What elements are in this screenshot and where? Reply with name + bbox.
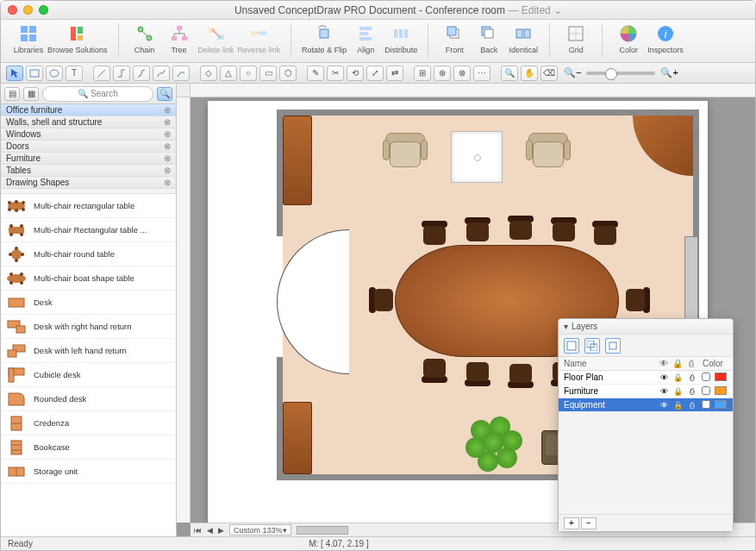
shape-item[interactable]: Desk with right hand return bbox=[1, 315, 176, 339]
distribute-button[interactable]: Distribute bbox=[384, 23, 417, 54]
layer-lock-icon[interactable]: 🔒 bbox=[671, 401, 684, 410]
disclosure-triangle-icon[interactable]: ▾ bbox=[564, 322, 568, 331]
edit-tool-3-button[interactable]: ⟲ bbox=[347, 66, 364, 81]
shape-item[interactable]: Bookcase bbox=[1, 435, 176, 460]
shape-item[interactable]: Multi-chair Rectangular table ... bbox=[1, 218, 176, 242]
category-item[interactable]: Windows⊗ bbox=[1, 128, 176, 141]
category-item[interactable]: Walls, shell and structure⊗ bbox=[1, 116, 176, 128]
close-category-icon[interactable]: ⊗ bbox=[164, 141, 171, 151]
layer-row[interactable]: Furniture👁🔒⎙ bbox=[559, 385, 733, 398]
layer-print-icon[interactable]: ⎙ bbox=[684, 387, 698, 396]
category-item[interactable]: Tables⊗ bbox=[1, 165, 176, 177]
shape-tool-1-button[interactable]: ◇ bbox=[200, 66, 217, 81]
inspectors-button[interactable]: iInspectors bbox=[647, 23, 684, 54]
browse-solutions-button[interactable]: Browse Solutions bbox=[47, 23, 108, 54]
office-chair-right[interactable] bbox=[622, 285, 650, 316]
back-button[interactable]: Back bbox=[473, 23, 504, 54]
shape-item[interactable]: Desk with left hand return bbox=[1, 339, 176, 363]
libraries-button[interactable]: Libraries bbox=[13, 23, 44, 54]
corner-shelf[interactable] bbox=[633, 116, 693, 176]
page-nav-first-icon[interactable]: ⏮ bbox=[194, 526, 202, 535]
misc-tool-3-button[interactable]: ⊗ bbox=[453, 66, 471, 81]
library-search-button[interactable]: 🔍 bbox=[157, 87, 172, 101]
hand-tool-button[interactable]: ✋ bbox=[521, 66, 538, 81]
shape-item[interactable]: Credenza bbox=[1, 411, 176, 435]
edit-tool-5-button[interactable]: ⇄ bbox=[386, 66, 403, 81]
zoom-window-icon[interactable] bbox=[39, 5, 48, 15]
side-table[interactable] bbox=[451, 131, 503, 183]
layers-panel[interactable]: ▾ Layers Name 👁 🔒 ⎙ Color Floor Plan👁🔒⎙F… bbox=[558, 318, 734, 532]
shape-list[interactable]: Multi-chair rectangular tableMulti-chair… bbox=[1, 194, 176, 536]
layer-print-icon[interactable]: ⎙ bbox=[684, 373, 698, 382]
zoom-tool-button[interactable]: 🔍 bbox=[501, 66, 518, 81]
pointer-tool-button[interactable] bbox=[6, 66, 23, 81]
edit-tool-1-button[interactable]: ✎ bbox=[307, 66, 324, 81]
connector-2-button[interactable] bbox=[133, 66, 150, 81]
connector-1-button[interactable] bbox=[113, 66, 130, 81]
office-chair-bottom-3[interactable] bbox=[505, 360, 536, 388]
layer-row[interactable]: Floor Plan👁🔒⎙ bbox=[559, 371, 733, 385]
layer-color-checkbox[interactable] bbox=[702, 386, 710, 395]
category-item[interactable]: Furniture⊗ bbox=[1, 153, 176, 165]
page-nav-prev-icon[interactable]: ◀ bbox=[207, 526, 213, 535]
zoom-label[interactable]: Custom 133% ▾ bbox=[229, 524, 291, 535]
align-button[interactable]: Align bbox=[350, 23, 381, 54]
identical-button[interactable]: Identical bbox=[508, 23, 539, 54]
shape-item[interactable]: Storage unit bbox=[1, 460, 176, 484]
zoom-in-icon[interactable]: 🔍+ bbox=[660, 67, 678, 78]
layer-color-swatch[interactable] bbox=[715, 386, 727, 395]
layer-visible-icon[interactable]: 👁 bbox=[657, 373, 671, 382]
category-item[interactable]: Drawing Shapes⊗ bbox=[1, 177, 176, 189]
add-layer-button[interactable]: + bbox=[564, 517, 579, 529]
plant[interactable] bbox=[464, 413, 524, 473]
connector-4-button[interactable] bbox=[172, 66, 190, 81]
rect-tool-button[interactable] bbox=[26, 66, 43, 81]
remove-layer-button[interactable]: − bbox=[581, 517, 597, 529]
tree-button[interactable]: Tree bbox=[164, 23, 195, 54]
layer-visible-icon[interactable]: 👁 bbox=[657, 387, 671, 396]
door-swing-2[interactable] bbox=[277, 302, 349, 374]
shape-item[interactable]: Multi-chair boat shape table bbox=[1, 266, 176, 291]
library-search-input[interactable]: 🔍 Search bbox=[42, 86, 153, 102]
color-button[interactable]: Color bbox=[613, 23, 644, 54]
edit-tool-2-button[interactable]: ✂ bbox=[327, 66, 344, 81]
layer-lock-icon[interactable]: 🔒 bbox=[671, 387, 684, 396]
layers-tool-1-button[interactable] bbox=[564, 338, 579, 354]
office-chair-top-3[interactable] bbox=[505, 216, 536, 243]
zoom-out-icon[interactable]: 🔍− bbox=[564, 67, 581, 78]
misc-tool-2-button[interactable]: ⊕ bbox=[434, 66, 451, 81]
shape-item[interactable]: Cubicle desk bbox=[1, 363, 176, 387]
front-button[interactable]: Front bbox=[439, 23, 470, 54]
layers-panel-title[interactable]: ▾ Layers bbox=[559, 319, 733, 335]
layer-color-swatch[interactable] bbox=[715, 373, 727, 381]
zoom-slider[interactable] bbox=[586, 72, 655, 75]
category-item[interactable]: Office furniture⊗ bbox=[1, 104, 176, 116]
layer-row[interactable]: Equipment👁🔒⎙ bbox=[559, 398, 733, 412]
shape-item[interactable]: Multi-chair rectangular table bbox=[1, 194, 176, 218]
cabinet-bottom-left[interactable] bbox=[283, 402, 312, 474]
cabinet-left[interactable] bbox=[283, 116, 312, 205]
shape-item[interactable]: Desk bbox=[1, 291, 176, 315]
office-chair-bottom-1[interactable] bbox=[419, 355, 450, 383]
close-category-icon[interactable]: ⊗ bbox=[164, 117, 171, 127]
office-chair-left[interactable] bbox=[369, 285, 397, 316]
close-category-icon[interactable]: ⊗ bbox=[164, 105, 171, 115]
office-chair-top-2[interactable] bbox=[462, 217, 493, 245]
armchair-2[interactable] bbox=[526, 131, 571, 172]
hscroll-thumb[interactable] bbox=[297, 526, 348, 535]
office-chair-top-1[interactable] bbox=[419, 221, 450, 248]
layers-tool-3-button[interactable] bbox=[605, 338, 621, 354]
close-category-icon[interactable]: ⊗ bbox=[164, 166, 171, 175]
chain-button[interactable]: Chain bbox=[129, 23, 160, 54]
connector-3-button[interactable] bbox=[153, 66, 170, 81]
shape-item[interactable]: Rounded desk bbox=[1, 387, 176, 411]
office-chair-top-4[interactable] bbox=[548, 217, 579, 245]
layer-color-checkbox[interactable] bbox=[702, 373, 710, 381]
layer-color-swatch[interactable] bbox=[715, 400, 727, 409]
close-category-icon[interactable]: ⊗ bbox=[164, 153, 171, 163]
layer-print-icon[interactable]: ⎙ bbox=[684, 401, 698, 410]
ellipse-tool-button[interactable] bbox=[46, 66, 63, 81]
layer-lock-icon[interactable]: 🔒 bbox=[671, 373, 684, 382]
line-tool-button[interactable] bbox=[93, 66, 110, 81]
office-chair-top-5[interactable] bbox=[590, 221, 621, 248]
